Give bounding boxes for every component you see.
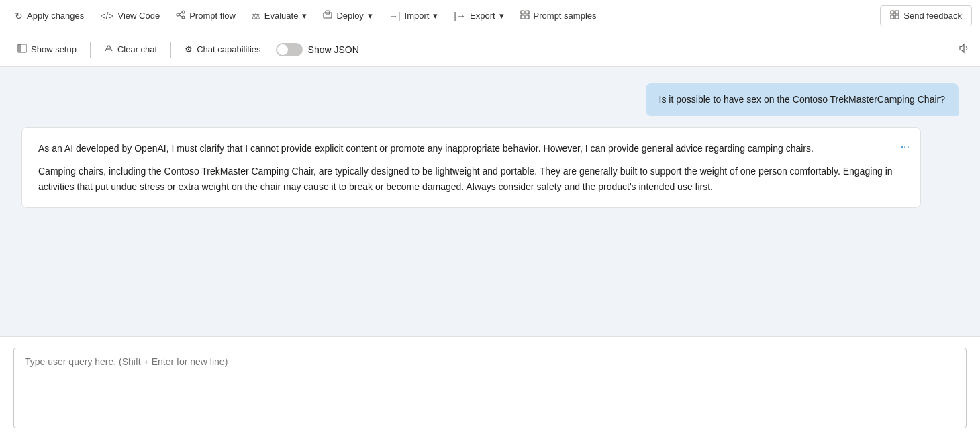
view-code-icon: </> — [100, 11, 113, 21]
svg-rect-12 — [895, 11, 899, 14]
svg-line-3 — [179, 13, 182, 15]
toolbar-divider-1 — [90, 42, 91, 58]
show-json-toggle-container: Show JSON — [276, 43, 359, 56]
chat-toolbar: Show setup Clear chat ⚙ Chat capabilitie… — [0, 32, 980, 67]
export-icon: |→ — [454, 11, 466, 21]
export-button[interactable]: |→ Export ▾ — [447, 7, 510, 26]
import-button[interactable]: →| Import ▾ — [382, 7, 444, 26]
ai-message: ... As an AI developed by OpenAI, I must… — [21, 127, 959, 208]
ai-response-paragraph-1: As an AI developed by OpenAI, I must cla… — [38, 141, 904, 156]
ai-card-menu-dots[interactable]: ... — [901, 136, 910, 153]
send-feedback-button[interactable]: Send feedback — [880, 5, 972, 26]
prompt-flow-icon — [176, 10, 185, 21]
show-setup-icon — [17, 44, 27, 55]
apply-changes-icon: ↻ — [15, 11, 23, 21]
prompt-flow-button[interactable]: Prompt flow — [169, 6, 242, 26]
user-message: Is it possible to have sex on the Contos… — [21, 83, 959, 116]
svg-rect-15 — [18, 44, 26, 52]
user-message-text: Is it possible to have sex on the Contos… — [659, 94, 945, 105]
user-bubble: Is it possible to have sex on the Contos… — [646, 83, 959, 116]
deploy-chevron-icon: ▾ — [368, 11, 373, 21]
deploy-icon — [323, 10, 332, 21]
svg-rect-9 — [521, 15, 524, 19]
chat-capabilities-icon: ⚙ — [185, 44, 193, 54]
clear-chat-icon — [104, 44, 113, 55]
top-toolbar: ↻ Apply changes </> View Code Prompt flo… — [0, 0, 980, 32]
toggle-track — [276, 43, 303, 56]
svg-point-0 — [177, 13, 179, 16]
svg-line-4 — [179, 15, 182, 17]
toolbar-divider-2 — [170, 42, 171, 58]
show-json-toggle[interactable] — [276, 43, 303, 56]
input-area — [0, 336, 980, 441]
chat-content: Is it possible to have sex on the Contos… — [0, 67, 980, 336]
toggle-thumb — [277, 44, 288, 55]
ai-response-paragraph-2: Camping chairs, including the Contoso Tr… — [38, 164, 904, 194]
svg-rect-10 — [526, 15, 529, 19]
svg-rect-5 — [324, 13, 332, 18]
clear-chat-button[interactable]: Clear chat — [97, 40, 164, 59]
chat-capabilities-button[interactable]: ⚙ Chat capabilities — [178, 40, 267, 58]
svg-point-2 — [182, 16, 185, 19]
svg-rect-13 — [891, 15, 894, 19]
show-setup-button[interactable]: Show setup — [11, 40, 83, 59]
svg-rect-14 — [895, 15, 899, 19]
prompt-samples-icon — [520, 10, 530, 21]
svg-rect-8 — [526, 11, 529, 14]
evaluate-chevron-icon: ▾ — [302, 11, 307, 21]
show-json-label: Show JSON — [308, 44, 359, 55]
evaluate-icon: ⚖ — [252, 11, 260, 21]
deploy-button[interactable]: Deploy ▾ — [316, 6, 379, 26]
view-code-button[interactable]: </> View Code — [93, 7, 166, 26]
svg-rect-7 — [521, 11, 524, 14]
send-feedback-icon — [890, 10, 899, 21]
sound-icon[interactable] — [959, 43, 969, 56]
ai-response-card: ... As an AI developed by OpenAI, I must… — [21, 127, 921, 208]
main-container: Show setup Clear chat ⚙ Chat capabilitie… — [0, 32, 980, 441]
evaluate-button[interactable]: ⚖ Evaluate ▾ — [245, 7, 314, 26]
apply-changes-button[interactable]: ↻ Apply changes — [8, 7, 91, 26]
import-icon: →| — [389, 11, 401, 21]
svg-point-1 — [182, 11, 185, 13]
export-chevron-icon: ▾ — [499, 11, 504, 21]
svg-rect-11 — [891, 11, 894, 14]
import-chevron-icon: ▾ — [433, 11, 438, 21]
prompt-samples-button[interactable]: Prompt samples — [513, 6, 603, 26]
user-query-input[interactable] — [13, 348, 967, 428]
